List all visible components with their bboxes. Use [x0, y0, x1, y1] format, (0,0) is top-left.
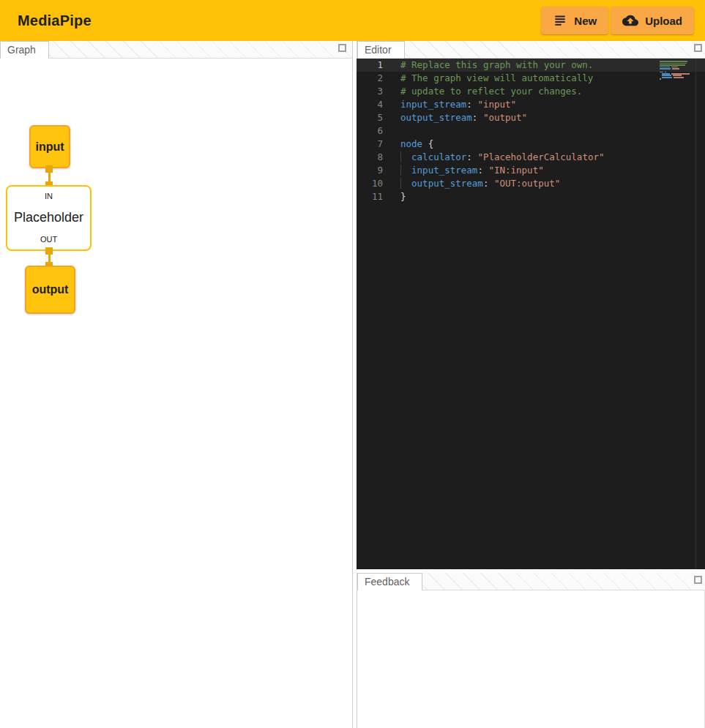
header-buttons: New Upload [541, 7, 694, 34]
code-line: 11} [357, 190, 705, 203]
cloud-upload-icon [622, 12, 638, 29]
graph-node-output-label: output [32, 283, 69, 296]
app-title: MediaPipe [18, 12, 92, 29]
upload-button-label: Upload [645, 15, 682, 27]
placeholder-in-port-label: IN [45, 192, 53, 200]
code-line: 8 calculator: "PlaceholderCalculator" [357, 151, 705, 164]
editor-tabstrip: Editor [357, 41, 705, 59]
code-editor[interactable]: 1# Replace this graph with your own.2# T… [357, 59, 705, 569]
code-line: 2# The graph view will automatically [357, 72, 705, 85]
code-line: 5output_stream: "output" [357, 111, 705, 124]
graph-node-input[interactable]: input [29, 125, 70, 168]
tab-feedback-label: Feedback [365, 576, 409, 588]
output-port-of-input-node [45, 165, 53, 173]
code-line: 9 input_stream: "IN:input" [357, 164, 705, 177]
output-port-of-placeholder-node [45, 247, 53, 255]
code-line: 4input_stream: "input" [357, 98, 705, 111]
feedback-tabstrip: Feedback [357, 573, 705, 590]
new-button[interactable]: New [541, 7, 608, 34]
feedback-content [357, 590, 705, 728]
editor-overview-ruler [695, 59, 696, 569]
upload-button[interactable]: Upload [611, 7, 694, 34]
code-line: 3# update to reflect your changes. [357, 85, 705, 98]
tab-editor-label: Editor [365, 44, 392, 56]
code-line: 6 [357, 124, 705, 138]
minimap-row [660, 78, 693, 80]
editor-maximize-icon[interactable] [694, 44, 702, 52]
code-line: 7node { [357, 138, 705, 151]
tab-feedback[interactable]: Feedback [357, 573, 422, 590]
code-line: 1# Replace this graph with your own. [357, 59, 705, 72]
code-line: 10 output_stream: "OUT:output" [357, 177, 705, 190]
graph-maximize-icon[interactable] [338, 44, 346, 52]
graph-tabstrip: Graph [0, 41, 353, 59]
graph-node-input-label: input [35, 140, 64, 154]
tab-editor[interactable]: Editor [357, 41, 405, 59]
list-icon [553, 13, 567, 28]
tab-graph[interactable]: Graph [0, 41, 49, 59]
app-header: MediaPipe New Upload [0, 0, 705, 41]
placeholder-out-port-label: OUT [40, 235, 57, 244]
graph-node-placeholder[interactable]: IN Placeholder OUT [6, 185, 92, 251]
graph-node-placeholder-label: Placeholder [14, 210, 83, 225]
tab-graph-label: Graph [7, 44, 36, 56]
feedback-maximize-icon[interactable] [694, 576, 702, 584]
new-button-label: New [574, 15, 597, 27]
code-lines: 1# Replace this graph with your own.2# T… [357, 59, 705, 203]
graph-canvas[interactable]: input IN Placeholder OUT output [0, 59, 353, 728]
graph-node-output[interactable]: output [25, 266, 75, 314]
editor-minimap[interactable] [660, 61, 693, 80]
